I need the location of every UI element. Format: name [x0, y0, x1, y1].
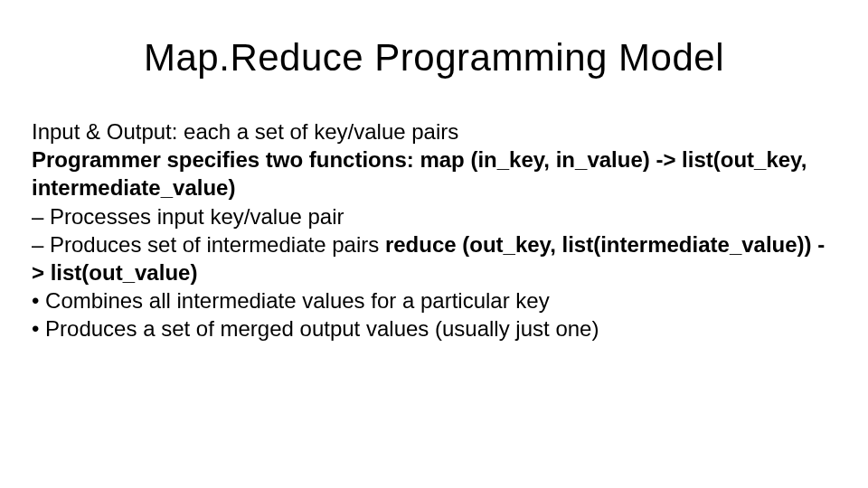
slide-body: Input & Output: each a set of key/value … — [32, 117, 836, 343]
line-reduce-signature: – Produces set of intermediate pairs red… — [32, 230, 836, 286]
line-combines: • Combines all intermediate values for a… — [32, 286, 836, 314]
slide-title: Map.Reduce Programming Model — [32, 36, 836, 80]
line-reduce-prefix: – Produces set of intermediate pairs — [32, 232, 385, 257]
line-produces: • Produces a set of merged output values… — [32, 314, 836, 343]
line-map-processes: – Processes input key/value pair — [32, 202, 836, 230]
line-io: Input & Output: each a set of key/value … — [32, 117, 836, 145]
line-map-signature: Programmer specifies two functions: map … — [32, 145, 836, 202]
